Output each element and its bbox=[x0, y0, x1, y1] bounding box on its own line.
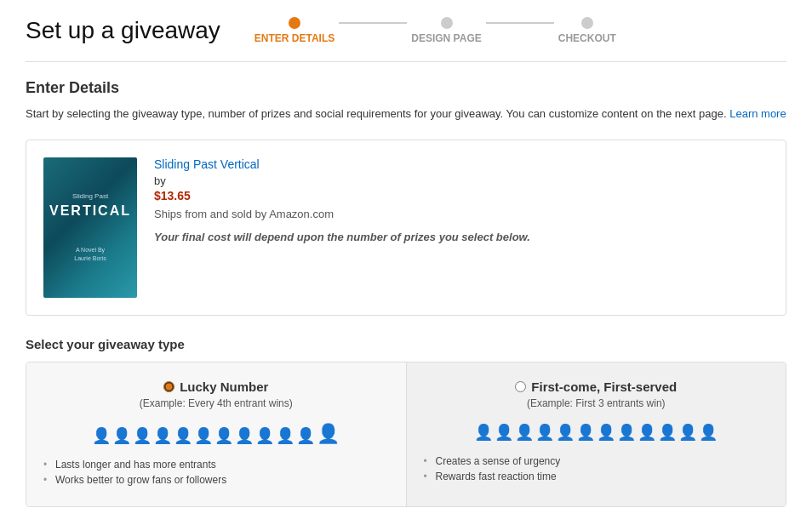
book-price: $13.65 bbox=[154, 189, 530, 203]
first-come-people-row: 👤 👤 👤 👤 👤 👤 👤 👤 👤 👤 👤 👤 bbox=[424, 423, 769, 442]
first-come-header: First-come, First-served bbox=[424, 379, 769, 394]
first-come-example: (Example: First 3 entrants win) bbox=[424, 397, 769, 409]
person-icon: 👤 bbox=[276, 426, 294, 445]
first-come-radio[interactable] bbox=[515, 381, 526, 392]
person-icon: 👤 bbox=[214, 426, 233, 445]
lucky-number-example: (Example: Every 4th entrant wins) bbox=[43, 397, 389, 409]
person-icon: 👤 bbox=[678, 423, 697, 442]
bullet-item: Rewards fast reaction time bbox=[424, 471, 769, 482]
step-line-2 bbox=[486, 22, 554, 24]
section-title: Enter Details bbox=[26, 79, 786, 97]
book-ships-from: Ships from and sold by Amazon.com bbox=[154, 208, 530, 220]
page-title: Set up a giveaway bbox=[26, 17, 220, 44]
person-icon: 👤 bbox=[597, 423, 615, 442]
option-lucky-number[interactable]: Lucky Number (Example: Every 4th entrant… bbox=[26, 362, 406, 506]
enter-details-section: Enter Details Start by selecting the giv… bbox=[26, 79, 786, 123]
step-line-1 bbox=[339, 22, 407, 24]
person-icon: 👤 bbox=[194, 426, 213, 445]
person-icon-dark: 👤 bbox=[153, 426, 172, 445]
lucky-number-radio[interactable] bbox=[163, 381, 174, 392]
giveaway-type-section: Select your giveaway type Lucky Number (… bbox=[26, 337, 786, 507]
bullet-item: Works better to grow fans or followers bbox=[43, 474, 389, 486]
person-icon: 👤 bbox=[112, 426, 131, 445]
learn-more-link[interactable]: Learn more bbox=[729, 107, 786, 120]
book-card: Sliding Past VERTICAL A Novel ByLaurie B… bbox=[26, 140, 786, 316]
step-label-design-page: DESIGN PAGE bbox=[411, 32, 481, 44]
person-icon-dark: 👤 bbox=[235, 426, 254, 445]
page-container: Set up a giveaway ENTER DETAILS DESIGN P… bbox=[0, 0, 812, 524]
person-icon: 👤 bbox=[556, 423, 575, 442]
first-come-label: First-come, First-served bbox=[531, 379, 677, 394]
book-info: Sliding Past Vertical by $13.65 Ships fr… bbox=[154, 157, 530, 243]
lucky-number-label: Lucky Number bbox=[180, 379, 268, 394]
step-design-page: DESIGN PAGE bbox=[411, 17, 481, 44]
book-cover-image: Sliding Past VERTICAL A Novel ByLaurie B… bbox=[43, 157, 137, 298]
step-enter-details: ENTER DETAILS bbox=[254, 17, 335, 44]
first-come-bullets: Creates a sense of urgency Rewards fast … bbox=[424, 455, 769, 482]
person-icon: 👤 bbox=[576, 423, 595, 442]
progress-steps: ENTER DETAILS DESIGN PAGE CHECKOUT bbox=[254, 17, 616, 44]
person-icon: 👤 bbox=[699, 423, 718, 442]
person-icon: 👤 bbox=[133, 426, 152, 445]
step-circle-enter-details bbox=[289, 17, 300, 29]
step-label-checkout: CHECKOUT bbox=[558, 32, 616, 44]
person-icon-winner: 👤 bbox=[495, 423, 513, 442]
person-icon: 👤 bbox=[617, 423, 636, 442]
lucky-number-bullets: Lasts longer and has more entrants Works… bbox=[43, 459, 389, 486]
lucky-number-people-row: 👤 👤 👤 👤 👤 👤 👤 👤 👤 👤 👤 👤 bbox=[43, 423, 389, 445]
bullet-item: Creates a sense of urgency bbox=[424, 455, 769, 467]
step-checkout: CHECKOUT bbox=[558, 17, 616, 44]
person-icon: 👤 bbox=[535, 423, 554, 442]
person-icon: 👤 bbox=[638, 423, 656, 442]
person-icon: 👤 bbox=[658, 423, 677, 442]
step-label-enter-details: ENTER DETAILS bbox=[254, 32, 335, 44]
book-by-label: by bbox=[154, 174, 530, 187]
giveaway-options-container: Lucky Number (Example: Every 4th entrant… bbox=[26, 362, 786, 507]
book-title-link[interactable]: Sliding Past Vertical bbox=[154, 157, 260, 171]
book-final-cost-note: Your final cost will depend upon the num… bbox=[154, 231, 530, 243]
person-icon: 👤 bbox=[174, 426, 192, 445]
person-icon-winner: 👤 bbox=[474, 423, 493, 442]
giveaway-type-title: Select your giveaway type bbox=[26, 337, 786, 351]
lucky-number-header: Lucky Number bbox=[43, 379, 389, 394]
section-description: Start by selecting the giveaway type, nu… bbox=[26, 106, 786, 123]
step-circle-design-page bbox=[441, 17, 453, 29]
person-icon-winner: 👤 bbox=[317, 423, 340, 445]
page-header: Set up a giveaway ENTER DETAILS DESIGN P… bbox=[26, 17, 786, 62]
option-first-come[interactable]: First-come, First-served (Example: First… bbox=[407, 362, 786, 506]
bullet-item: Lasts longer and has more entrants bbox=[43, 459, 389, 471]
step-circle-checkout bbox=[581, 17, 593, 29]
person-icon: 👤 bbox=[296, 426, 315, 445]
person-icon-winner: 👤 bbox=[515, 423, 534, 442]
person-icon: 👤 bbox=[92, 426, 111, 445]
person-icon: 👤 bbox=[255, 426, 274, 445]
